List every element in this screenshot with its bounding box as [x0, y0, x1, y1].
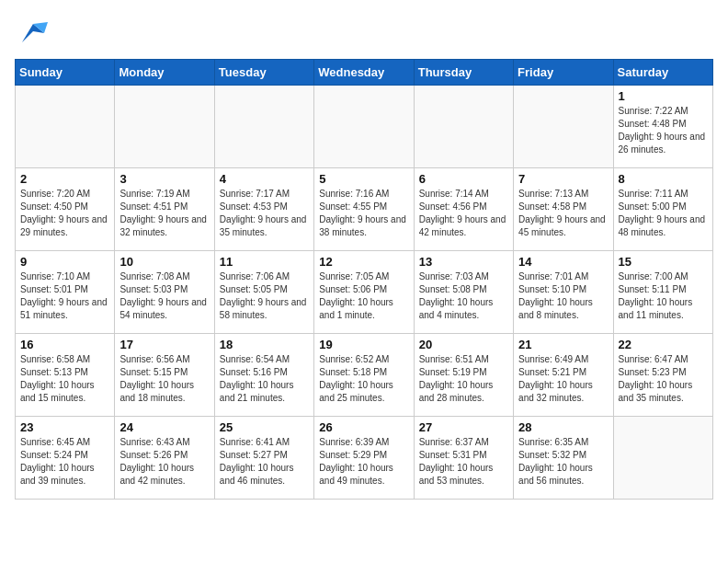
day-number: 23	[20, 420, 109, 434]
calendar-cell	[613, 417, 712, 500]
calendar-cell: 6Sunrise: 7:14 AM Sunset: 4:56 PM Daylig…	[414, 168, 513, 251]
day-info: Sunrise: 6:54 AM Sunset: 5:16 PM Dayligh…	[220, 353, 309, 405]
day-number: 10	[119, 255, 209, 269]
calendar-cell: 7Sunrise: 7:13 AM Sunset: 4:58 PM Daylig…	[514, 168, 613, 251]
day-number: 27	[419, 420, 508, 434]
calendar-cell: 9Sunrise: 7:10 AM Sunset: 5:01 PM Daylig…	[16, 251, 115, 334]
calendar-cell: 24Sunrise: 6:43 AM Sunset: 5:26 PM Dayli…	[115, 417, 214, 500]
calendar-cell	[115, 86, 214, 168]
day-info: Sunrise: 7:01 AM Sunset: 5:10 PM Dayligh…	[518, 270, 608, 322]
day-number: 11	[220, 255, 309, 269]
day-info: Sunrise: 6:41 AM Sunset: 5:27 PM Dayligh…	[220, 436, 309, 488]
day-info: Sunrise: 6:52 AM Sunset: 5:18 PM Dayligh…	[319, 353, 408, 405]
day-number: 3	[119, 172, 209, 186]
day-number: 18	[220, 338, 309, 351]
col-header-monday: Monday	[115, 60, 214, 86]
day-number: 2	[20, 172, 109, 186]
day-info: Sunrise: 6:47 AM Sunset: 5:23 PM Dayligh…	[619, 353, 708, 405]
day-info: Sunrise: 7:16 AM Sunset: 4:55 PM Dayligh…	[319, 188, 408, 239]
day-number: 19	[319, 338, 408, 351]
day-info: Sunrise: 6:43 AM Sunset: 5:26 PM Dayligh…	[119, 436, 209, 488]
week-row-5: 23Sunrise: 6:45 AM Sunset: 5:24 PM Dayli…	[16, 417, 713, 500]
calendar-cell: 12Sunrise: 7:05 AM Sunset: 5:06 PM Dayli…	[314, 251, 414, 334]
day-info: Sunrise: 7:08 AM Sunset: 5:03 PM Dayligh…	[119, 270, 209, 322]
day-info: Sunrise: 6:51 AM Sunset: 5:19 PM Dayligh…	[419, 353, 508, 405]
day-info: Sunrise: 7:03 AM Sunset: 5:08 PM Dayligh…	[419, 270, 508, 322]
calendar-table: SundayMondayTuesdayWednesdayThursdayFrid…	[15, 59, 713, 500]
day-info: Sunrise: 7:20 AM Sunset: 4:50 PM Dayligh…	[20, 188, 109, 239]
calendar-cell: 14Sunrise: 7:01 AM Sunset: 5:10 PM Dayli…	[514, 251, 613, 334]
day-number: 8	[619, 172, 708, 186]
day-info: Sunrise: 6:45 AM Sunset: 5:24 PM Dayligh…	[20, 436, 109, 488]
day-number: 1	[619, 89, 708, 103]
day-info: Sunrise: 6:49 AM Sunset: 5:21 PM Dayligh…	[518, 353, 608, 405]
day-info: Sunrise: 7:19 AM Sunset: 4:51 PM Dayligh…	[119, 188, 209, 239]
calendar-cell: 23Sunrise: 6:45 AM Sunset: 5:24 PM Dayli…	[16, 417, 115, 500]
calendar-cell: 10Sunrise: 7:08 AM Sunset: 5:03 PM Dayli…	[115, 251, 214, 334]
day-info: Sunrise: 6:37 AM Sunset: 5:31 PM Dayligh…	[419, 436, 508, 488]
day-number: 17	[119, 338, 209, 351]
day-number: 26	[319, 420, 408, 434]
day-number: 12	[319, 255, 408, 269]
col-header-tuesday: Tuesday	[214, 60, 313, 86]
week-row-4: 16Sunrise: 6:58 AM Sunset: 5:13 PM Dayli…	[16, 334, 713, 417]
week-row-2: 2Sunrise: 7:20 AM Sunset: 4:50 PM Daylig…	[16, 168, 713, 251]
day-number: 13	[419, 255, 508, 269]
day-number: 15	[619, 255, 708, 269]
day-info: Sunrise: 7:06 AM Sunset: 5:05 PM Dayligh…	[220, 270, 309, 322]
calendar-cell	[414, 86, 513, 168]
calendar-cell: 8Sunrise: 7:11 AM Sunset: 5:00 PM Daylig…	[613, 168, 712, 251]
calendar-cell: 13Sunrise: 7:03 AM Sunset: 5:08 PM Dayli…	[414, 251, 513, 334]
day-info: Sunrise: 7:05 AM Sunset: 5:06 PM Dayligh…	[319, 270, 408, 322]
day-info: Sunrise: 7:10 AM Sunset: 5:01 PM Dayligh…	[20, 270, 109, 322]
calendar-cell: 2Sunrise: 7:20 AM Sunset: 4:50 PM Daylig…	[16, 168, 115, 251]
col-header-thursday: Thursday	[414, 60, 513, 86]
day-number: 24	[119, 420, 209, 434]
col-header-sunday: Sunday	[16, 60, 115, 86]
day-number: 9	[20, 255, 109, 269]
day-number: 16	[20, 338, 109, 351]
col-header-wednesday: Wednesday	[314, 60, 414, 86]
day-number: 28	[518, 420, 608, 434]
header	[15, 15, 713, 52]
calendar-cell: 19Sunrise: 6:52 AM Sunset: 5:18 PM Dayli…	[314, 334, 414, 417]
calendar-cell: 25Sunrise: 6:41 AM Sunset: 5:27 PM Dayli…	[214, 417, 313, 500]
day-number: 4	[220, 172, 309, 186]
calendar-cell	[16, 86, 115, 168]
day-info: Sunrise: 7:17 AM Sunset: 4:53 PM Dayligh…	[220, 188, 309, 239]
col-header-saturday: Saturday	[613, 60, 712, 86]
calendar-cell	[214, 86, 313, 168]
week-row-3: 9Sunrise: 7:10 AM Sunset: 5:01 PM Daylig…	[16, 251, 713, 334]
day-number: 22	[619, 338, 708, 351]
day-info: Sunrise: 6:58 AM Sunset: 5:13 PM Dayligh…	[20, 353, 109, 405]
calendar-cell: 5Sunrise: 7:16 AM Sunset: 4:55 PM Daylig…	[314, 168, 414, 251]
calendar-cell: 1Sunrise: 7:22 AM Sunset: 4:48 PM Daylig…	[613, 86, 712, 168]
calendar-cell: 27Sunrise: 6:37 AM Sunset: 5:31 PM Dayli…	[414, 417, 513, 500]
calendar-cell	[514, 86, 613, 168]
day-info: Sunrise: 6:39 AM Sunset: 5:29 PM Dayligh…	[319, 436, 408, 488]
day-info: Sunrise: 6:56 AM Sunset: 5:15 PM Dayligh…	[119, 353, 209, 405]
calendar-cell: 3Sunrise: 7:19 AM Sunset: 4:51 PM Daylig…	[115, 168, 214, 251]
col-header-friday: Friday	[514, 60, 613, 86]
day-info: Sunrise: 7:14 AM Sunset: 4:56 PM Dayligh…	[419, 188, 508, 239]
day-number: 25	[220, 420, 309, 434]
calendar-cell: 4Sunrise: 7:17 AM Sunset: 4:53 PM Daylig…	[214, 168, 313, 251]
calendar-header-row: SundayMondayTuesdayWednesdayThursdayFrid…	[16, 60, 713, 86]
day-info: Sunrise: 6:35 AM Sunset: 5:32 PM Dayligh…	[518, 436, 608, 488]
calendar-cell: 20Sunrise: 6:51 AM Sunset: 5:19 PM Dayli…	[414, 334, 513, 417]
day-number: 7	[518, 172, 608, 186]
calendar-cell: 26Sunrise: 6:39 AM Sunset: 5:29 PM Dayli…	[314, 417, 414, 500]
day-number: 5	[319, 172, 408, 186]
calendar-cell: 15Sunrise: 7:00 AM Sunset: 5:11 PM Dayli…	[613, 251, 712, 334]
day-number: 20	[419, 338, 508, 351]
calendar-cell: 22Sunrise: 6:47 AM Sunset: 5:23 PM Dayli…	[613, 334, 712, 417]
calendar-cell: 21Sunrise: 6:49 AM Sunset: 5:21 PM Dayli…	[514, 334, 613, 417]
logo-icon	[15, 15, 51, 52]
day-info: Sunrise: 7:13 AM Sunset: 4:58 PM Dayligh…	[518, 188, 608, 239]
day-number: 14	[518, 255, 608, 269]
day-info: Sunrise: 7:00 AM Sunset: 5:11 PM Dayligh…	[619, 270, 708, 322]
day-number: 21	[518, 338, 608, 351]
week-row-1: 1Sunrise: 7:22 AM Sunset: 4:48 PM Daylig…	[16, 86, 713, 168]
logo	[15, 15, 55, 52]
calendar-cell: 18Sunrise: 6:54 AM Sunset: 5:16 PM Dayli…	[214, 334, 313, 417]
